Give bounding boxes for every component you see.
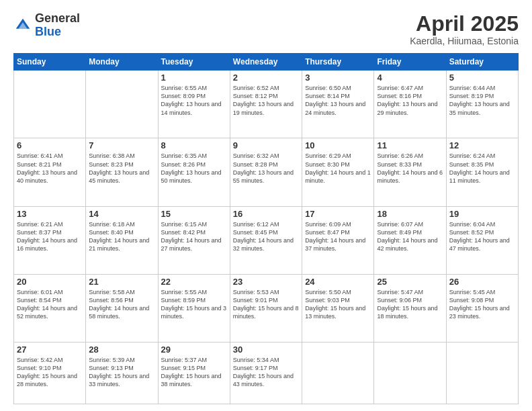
day-cell: 21Sunrise: 5:58 AMSunset: 8:56 PMDayligh… [86,274,158,342]
day-cell: 2Sunrise: 6:52 AMSunset: 8:12 PMDaylight… [230,71,302,138]
day-info: Sunrise: 6:50 AMSunset: 8:14 PMDaylight:… [305,84,371,117]
day-info: Sunrise: 6:09 AMSunset: 8:47 PMDaylight:… [305,220,371,253]
day-info: Sunrise: 6:07 AMSunset: 8:49 PMDaylight:… [377,220,443,253]
day-cell: 14Sunrise: 6:18 AMSunset: 8:40 PMDayligh… [86,206,158,274]
subtitle: Kaerdla, Hiiumaa, Estonia [410,36,519,46]
day-number: 2 [233,73,299,83]
weekday-header-sunday: Sunday [14,54,86,71]
day-number: 3 [305,73,371,83]
day-info: Sunrise: 6:32 AMSunset: 8:28 PMDaylight:… [233,152,299,185]
page: General Blue April 2025 Kaerdla, Hiiumaa… [0,0,532,411]
day-cell: 12Sunrise: 6:24 AMSunset: 8:35 PMDayligh… [446,138,518,206]
month-title: April 2025 [410,12,519,36]
day-number: 5 [449,73,515,83]
day-number: 17 [305,209,371,219]
day-number: 16 [233,209,299,219]
day-cell: 24Sunrise: 5:50 AMSunset: 9:03 PMDayligh… [302,274,374,342]
day-info: Sunrise: 6:41 AMSunset: 8:21 PMDaylight:… [17,152,83,185]
day-cell [14,71,86,138]
day-info: Sunrise: 5:34 AMSunset: 9:17 PMDaylight:… [233,356,299,389]
day-cell: 3Sunrise: 6:50 AMSunset: 8:14 PMDaylight… [302,71,374,138]
day-info: Sunrise: 6:35 AMSunset: 8:26 PMDaylight:… [161,152,227,185]
weekday-header-wednesday: Wednesday [230,54,302,71]
day-cell: 8Sunrise: 6:35 AMSunset: 8:26 PMDaylight… [158,138,230,206]
day-info: Sunrise: 5:58 AMSunset: 8:56 PMDaylight:… [89,288,154,321]
day-number: 14 [89,209,154,219]
day-number: 30 [233,345,299,355]
day-info: Sunrise: 5:50 AMSunset: 9:03 PMDaylight:… [305,288,371,321]
day-info: Sunrise: 5:45 AMSunset: 9:08 PMDaylight:… [449,288,515,321]
day-cell [374,342,446,404]
week-row-1: 1Sunrise: 6:55 AMSunset: 8:09 PMDaylight… [14,71,519,138]
logo-text: General Blue [35,12,80,39]
weekday-header-thursday: Thursday [302,54,374,71]
day-cell: 25Sunrise: 5:47 AMSunset: 9:06 PMDayligh… [374,274,446,342]
day-number: 10 [305,140,371,150]
day-number: 25 [377,277,443,287]
weekday-header-row: SundayMondayTuesdayWednesdayThursdayFrid… [14,54,519,71]
day-info: Sunrise: 6:44 AMSunset: 8:19 PMDaylight:… [449,84,515,117]
header: General Blue April 2025 Kaerdla, Hiiumaa… [13,12,519,46]
day-info: Sunrise: 6:15 AMSunset: 8:42 PMDaylight:… [161,220,227,253]
day-cell: 4Sunrise: 6:47 AMSunset: 8:16 PMDaylight… [374,71,446,138]
day-number: 9 [233,140,299,150]
day-info: Sunrise: 6:18 AMSunset: 8:40 PMDaylight:… [89,220,154,253]
week-row-3: 13Sunrise: 6:21 AMSunset: 8:37 PMDayligh… [14,206,519,274]
day-number: 13 [17,209,83,219]
day-number: 6 [17,140,83,150]
week-row-5: 27Sunrise: 5:42 AMSunset: 9:10 PMDayligh… [14,342,519,404]
day-info: Sunrise: 6:55 AMSunset: 8:09 PMDaylight:… [161,84,227,117]
day-cell: 5Sunrise: 6:44 AMSunset: 8:19 PMDaylight… [446,71,518,138]
logo-icon [13,16,32,35]
day-info: Sunrise: 5:42 AMSunset: 9:10 PMDaylight:… [17,356,83,389]
day-info: Sunrise: 6:24 AMSunset: 8:35 PMDaylight:… [449,152,515,185]
day-cell: 15Sunrise: 6:15 AMSunset: 8:42 PMDayligh… [158,206,230,274]
day-cell: 7Sunrise: 6:38 AMSunset: 8:23 PMDaylight… [86,138,158,206]
day-info: Sunrise: 6:52 AMSunset: 8:12 PMDaylight:… [233,84,299,117]
day-number: 28 [89,345,154,355]
day-info: Sunrise: 5:53 AMSunset: 9:01 PMDaylight:… [233,288,299,321]
title-block: April 2025 Kaerdla, Hiiumaa, Estonia [410,12,519,46]
day-number: 24 [305,277,371,287]
day-cell: 11Sunrise: 6:26 AMSunset: 8:33 PMDayligh… [374,138,446,206]
week-row-4: 20Sunrise: 6:01 AMSunset: 8:54 PMDayligh… [14,274,519,342]
day-info: Sunrise: 6:12 AMSunset: 8:45 PMDaylight:… [233,220,299,253]
calendar-table: SundayMondayTuesdayWednesdayThursdayFrid… [13,53,519,404]
day-cell: 1Sunrise: 6:55 AMSunset: 8:09 PMDaylight… [158,71,230,138]
day-number: 29 [161,345,227,355]
day-info: Sunrise: 6:47 AMSunset: 8:16 PMDaylight:… [377,84,443,117]
day-cell: 29Sunrise: 5:37 AMSunset: 9:15 PMDayligh… [158,342,230,404]
weekday-header-monday: Monday [86,54,158,71]
day-number: 20 [17,277,83,287]
logo-blue: Blue [35,25,61,38]
logo: General Blue [13,12,80,39]
day-cell: 6Sunrise: 6:41 AMSunset: 8:21 PMDaylight… [14,138,86,206]
day-cell: 18Sunrise: 6:07 AMSunset: 8:49 PMDayligh… [374,206,446,274]
day-number: 12 [449,140,515,150]
day-number: 8 [161,140,227,150]
day-number: 4 [377,73,443,83]
day-info: Sunrise: 5:39 AMSunset: 9:13 PMDaylight:… [89,356,154,389]
day-cell: 13Sunrise: 6:21 AMSunset: 8:37 PMDayligh… [14,206,86,274]
day-cell: 9Sunrise: 6:32 AMSunset: 8:28 PMDaylight… [230,138,302,206]
weekday-header-friday: Friday [374,54,446,71]
day-cell [446,342,518,404]
day-number: 27 [17,345,83,355]
weekday-header-tuesday: Tuesday [158,54,230,71]
day-number: 15 [161,209,227,219]
day-info: Sunrise: 5:47 AMSunset: 9:06 PMDaylight:… [377,288,443,321]
day-cell: 16Sunrise: 6:12 AMSunset: 8:45 PMDayligh… [230,206,302,274]
week-row-2: 6Sunrise: 6:41 AMSunset: 8:21 PMDaylight… [14,138,519,206]
day-number: 22 [161,277,227,287]
day-number: 11 [377,140,443,150]
day-cell: 26Sunrise: 5:45 AMSunset: 9:08 PMDayligh… [446,274,518,342]
day-number: 23 [233,277,299,287]
day-number: 1 [161,73,227,83]
day-info: Sunrise: 6:38 AMSunset: 8:23 PMDaylight:… [89,152,154,185]
day-info: Sunrise: 6:21 AMSunset: 8:37 PMDaylight:… [17,220,83,253]
day-number: 21 [89,277,154,287]
day-cell: 19Sunrise: 6:04 AMSunset: 8:52 PMDayligh… [446,206,518,274]
day-number: 18 [377,209,443,219]
day-info: Sunrise: 5:37 AMSunset: 9:15 PMDaylight:… [161,356,227,389]
day-cell: 30Sunrise: 5:34 AMSunset: 9:17 PMDayligh… [230,342,302,404]
